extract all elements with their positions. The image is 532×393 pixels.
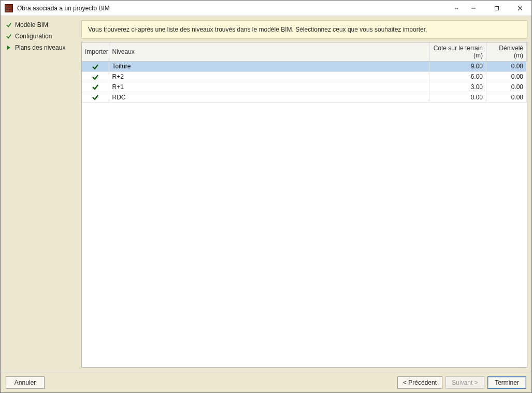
minimize-icon (471, 6, 476, 11)
maximize-icon (494, 6, 499, 11)
body-area: Modèle BIMConfigurationPlans des niveaux… (1, 16, 531, 372)
minimize-button[interactable] (462, 1, 485, 16)
wizard-step-label: Modèle BIM (15, 21, 48, 28)
wizard-step-label: Configuration (15, 33, 52, 40)
info-banner: Vous trouverez ci-après une liste des ni… (81, 20, 527, 39)
col-header-import[interactable]: Importer (82, 42, 109, 62)
close-icon (517, 6, 523, 11)
check-icon (6, 33, 12, 39)
cote-cell: 3.00 (429, 82, 486, 92)
col-header-niveau[interactable]: Niveaux (109, 42, 429, 62)
svg-rect-0 (495, 6, 498, 10)
main-panel: Vous trouverez ci-après une liste des ni… (79, 16, 531, 372)
import-cell[interactable] (82, 92, 109, 103)
table-row[interactable]: RDC0.000.00 (82, 92, 527, 103)
next-button: Suivant > (445, 376, 484, 389)
niveau-cell: Toiture (109, 62, 429, 72)
check-icon (92, 73, 99, 80)
wizard-step[interactable]: Configuration (1, 31, 79, 42)
import-cell[interactable] (82, 71, 109, 82)
levels-grid: Importer Niveaux Cote sur le terrain (m)… (81, 42, 527, 368)
wizard-step[interactable]: Plans des niveaux (1, 42, 79, 53)
check-icon (92, 83, 99, 91)
cote-cell: 6.00 (429, 71, 486, 82)
wizard-footer: Annuler < Précédent Suivant > Terminer (1, 372, 531, 392)
app-icon (5, 4, 13, 12)
resize-indicator-icon: ↔ (454, 5, 458, 11)
denivele-cell: 0.00 (486, 82, 527, 92)
denivele-cell: 0.00 (486, 62, 527, 72)
niveau-cell: R+1 (109, 82, 429, 92)
table-row[interactable]: R+26.000.00 (82, 71, 527, 82)
arrow-right-icon (6, 45, 12, 51)
finish-button[interactable]: Terminer (487, 376, 526, 389)
wizard-window: Obra asociada a un proyecto BIM ↔ Modèle… (0, 0, 532, 393)
denivele-cell: 0.00 (486, 92, 527, 103)
grid-header-row: Importer Niveaux Cote sur le terrain (m)… (82, 42, 527, 62)
check-icon (6, 22, 12, 28)
window-title: Obra asociada a un proyecto BIM (16, 5, 454, 12)
wizard-step[interactable]: Modèle BIM (1, 19, 79, 31)
close-button[interactable] (508, 1, 531, 16)
window-controls (462, 1, 531, 16)
col-header-denivele[interactable]: Dénivelé (m) (486, 42, 527, 62)
cote-cell: 9.00 (429, 62, 486, 72)
import-cell[interactable] (82, 82, 109, 92)
table-row[interactable]: Toiture9.000.00 (82, 62, 527, 72)
niveau-cell: RDC (109, 92, 429, 103)
niveau-cell: R+2 (109, 71, 429, 82)
cancel-button[interactable]: Annuler (6, 376, 45, 389)
maximize-button[interactable] (485, 1, 508, 16)
wizard-step-label: Plans des niveaux (15, 44, 65, 51)
col-header-cote[interactable]: Cote sur le terrain (m) (429, 42, 486, 62)
info-banner-text: Vous trouverez ci-après une liste des ni… (88, 26, 427, 33)
check-icon (92, 93, 99, 100)
wizard-steps-sidebar: Modèle BIMConfigurationPlans des niveaux (1, 16, 79, 372)
cote-cell: 0.00 (429, 92, 486, 103)
previous-button[interactable]: < Précédent (397, 376, 442, 389)
table-row[interactable]: R+13.000.00 (82, 82, 527, 92)
titlebar: Obra asociada a un proyecto BIM ↔ (1, 1, 531, 16)
denivele-cell: 0.00 (486, 71, 527, 82)
import-cell[interactable] (82, 62, 109, 72)
check-icon (92, 63, 99, 70)
